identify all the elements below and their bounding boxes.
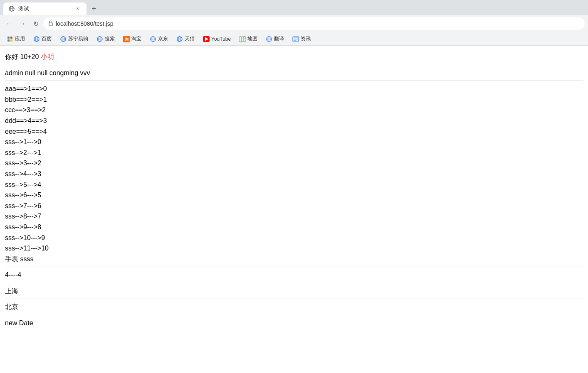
section-date: new Date: [5, 315, 583, 331]
tianmao-globe-icon: [176, 36, 183, 42]
list-item: sss-->3--->2: [5, 158, 583, 169]
youtube-icon: [203, 36, 210, 42]
section-shanghai: 上海: [5, 283, 583, 299]
bookmark-suning-label: 苏宁易购: [68, 35, 88, 42]
jd-globe-icon: [150, 36, 156, 42]
bookmark-maps-label: 地图: [247, 35, 257, 42]
bookmark-news-label: 资讯: [301, 35, 311, 42]
list-item: 手表 ssss: [5, 254, 583, 265]
svg-rect-7: [10, 39, 12, 42]
list-item: aaa==>1==>0: [5, 83, 583, 94]
bookmark-translate[interactable]: 翻译: [262, 34, 287, 44]
list-item: sss-->8--->7: [5, 211, 583, 222]
bookmark-baidu[interactable]: 百度: [30, 34, 55, 44]
bookmark-jd[interactable]: 京东: [146, 34, 171, 44]
news-icon: [292, 36, 299, 42]
section-beijing: 北京: [5, 299, 583, 315]
nav-bar: ← → ↻ localhost:8080/test.jsp: [0, 15, 588, 32]
search-globe-icon: [96, 36, 103, 42]
bookmark-search[interactable]: 搜索: [93, 34, 118, 44]
list-item: ddd==>4==>3: [5, 115, 583, 126]
bookmark-taobao-label: 淘宝: [131, 35, 141, 42]
forward-button[interactable]: →: [17, 18, 28, 29]
bookmark-jd-label: 京东: [158, 35, 168, 42]
section4-text: 4----4: [5, 270, 583, 280]
new-tab-button[interactable]: +: [88, 3, 100, 15]
browser-chrome: 测试 × + ← → ↻ localhost:8080/test.jsp: [0, 0, 588, 46]
tab-bar: 测试 × +: [0, 0, 588, 15]
svg-rect-3: [49, 23, 52, 26]
lock-icon: [48, 20, 53, 27]
list-item: ccc==>3==>2: [5, 105, 583, 115]
bookmark-tianmao-label: 天猫: [185, 35, 195, 42]
back-button[interactable]: ←: [3, 18, 15, 29]
bookmark-news[interactable]: 资讯: [289, 34, 314, 44]
list-item: sss-->6--->5: [5, 190, 583, 201]
reload-button[interactable]: ↻: [30, 18, 42, 29]
svg-rect-5: [10, 37, 12, 39]
bookmark-maps[interactable]: 地图: [236, 34, 261, 44]
list-item: sss-->10--->9: [5, 233, 583, 243]
svg-marker-25: [239, 36, 246, 42]
bookmark-youtube[interactable]: YouTube: [200, 34, 234, 44]
address-bar[interactable]: localhost:8080/test.jsp: [43, 17, 585, 30]
bookmark-taobao[interactable]: 淘 淘宝: [120, 34, 145, 44]
page-content: 你好 10+20 小明 admin null null congming vvv…: [0, 46, 588, 334]
bookmark-baidu-label: 百度: [42, 35, 52, 42]
url-text: localhost:8080/test.jsp: [56, 20, 114, 27]
list-item: sss-->5--->4: [5, 179, 583, 190]
list-item: bbb==>2==>1: [5, 94, 583, 105]
list-item: sss-->7--->6: [5, 201, 583, 211]
bookmark-apps[interactable]: 应用: [3, 34, 28, 44]
active-tab[interactable]: 测试 ×: [3, 2, 86, 15]
section7-text: new Date: [5, 318, 583, 329]
bookmark-translate-label: 翻译: [274, 35, 284, 42]
list-item: sss-->4--->3: [5, 169, 583, 179]
list-item: sss-->11--->10: [5, 243, 583, 254]
suning-globe-icon: [60, 36, 67, 42]
admin-text: admin null null congming vvv: [5, 68, 583, 79]
section-admin: admin null null congming vvv: [5, 65, 583, 81]
bookmark-apps-label: 应用: [15, 35, 25, 42]
svg-text:淘: 淘: [125, 37, 128, 42]
bookmark-youtube-label: YouTube: [211, 36, 231, 42]
list-item: sss-->2--->1: [5, 147, 583, 158]
svg-rect-4: [7, 37, 10, 39]
section-greeting: 你好 10+20 小明: [5, 49, 583, 65]
bookmark-suning[interactable]: 苏宁易购: [57, 34, 91, 44]
tab-title: 测试: [18, 5, 71, 12]
tab-favicon: [8, 5, 15, 12]
svg-rect-6: [7, 39, 10, 42]
greeting-text: 你好 10+20: [5, 53, 41, 60]
bookmark-tianmao[interactable]: 天猫: [173, 34, 198, 44]
taobao-icon: 淘: [123, 36, 130, 42]
bookmarks-bar: 应用 百度 苏宁易购: [0, 32, 588, 46]
list-item: eee==>5==>4: [5, 126, 583, 137]
list-item: sss-->1--->0: [5, 137, 583, 147]
bookmark-search-label: 搜索: [105, 35, 115, 42]
section-4: 4----4: [5, 267, 583, 283]
translate-globe-icon: [266, 36, 272, 42]
baidu-globe-icon: [33, 36, 40, 42]
grid-icon: [7, 36, 13, 42]
greeting-name: 小明: [41, 53, 54, 60]
section-list: aaa==>1==>0bbb==>2==>1ccc==>3==>2ddd==>4…: [5, 81, 583, 267]
list-item: sss-->9--->8: [5, 222, 583, 233]
tab-close-button[interactable]: ×: [74, 5, 82, 12]
maps-icon: [239, 36, 246, 42]
section6-text: 北京: [5, 302, 583, 312]
section5-text: 上海: [5, 286, 583, 297]
